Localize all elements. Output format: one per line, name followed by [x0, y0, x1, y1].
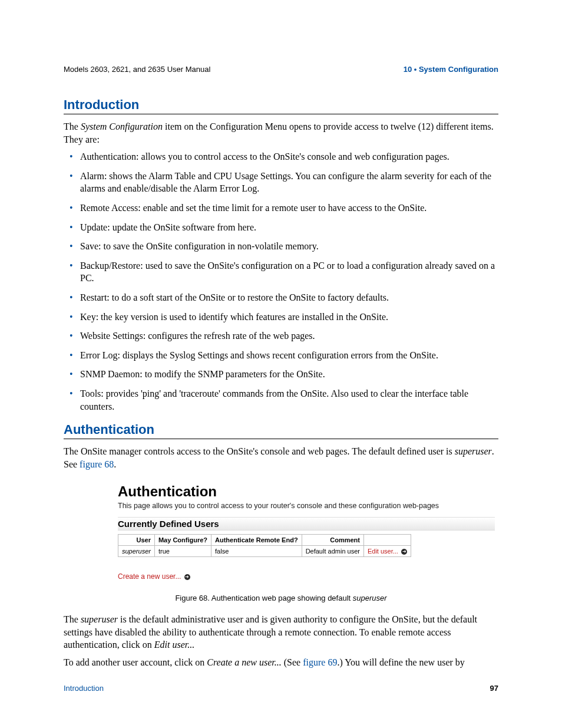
- create-new-user-label: Create a new user...: [118, 572, 181, 581]
- cell-user: superuser: [118, 546, 155, 557]
- list-item: Alarm: shows the Alarm Table and CPU Usa…: [64, 170, 498, 195]
- page-number: 97: [490, 684, 498, 693]
- auth-paragraph-1: The OnSite manager controls access to th…: [64, 445, 498, 470]
- text: (See: [282, 657, 303, 667]
- header-right: 10 • System Configuration: [404, 65, 498, 74]
- section-heading-authentication: Authentication: [64, 422, 498, 437]
- intro-bullet-list: Authentication: allows you to control ac…: [64, 150, 498, 413]
- emphasis: System Configuration: [81, 121, 163, 131]
- col-user: User: [118, 535, 155, 546]
- currently-defined-users-heading: Currently Defined Users: [118, 517, 495, 531]
- auth-paragraph-2: The superuser is the default administrat…: [64, 613, 498, 651]
- caption-text: Figure 68. Authentication web page showi…: [175, 594, 352, 602]
- edit-user-label: Edit user...: [368, 548, 398, 555]
- list-item: Remote Access: enable and set the time l…: [64, 202, 498, 215]
- col-may-configure: May Configure?: [154, 535, 211, 546]
- list-item: Website Settings: configures the refresh…: [64, 330, 498, 342]
- table-row: superuser true false Default admin user …: [118, 546, 411, 557]
- section-rule: [64, 439, 498, 439]
- list-item: SNMP Daemon: to modify the SNMP paramete…: [64, 368, 498, 381]
- list-item: Update: update the OnSite software from …: [64, 221, 498, 234]
- emphasis: Edit user...: [154, 640, 194, 650]
- section-heading-introduction: Introduction: [64, 97, 498, 113]
- text: .) You will define the new user by: [337, 657, 464, 667]
- intro-paragraph: The System Configuration item on the Con…: [64, 120, 498, 146]
- page-header: Models 2603, 2621, and 2635 User Manual …: [64, 65, 498, 74]
- table-header-row: User May Configure? Authenticate Remote …: [118, 535, 411, 546]
- figure-title: Authentication: [118, 483, 495, 500]
- edit-user-link[interactable]: Edit user... ➜: [368, 548, 407, 555]
- caption-em: superuser: [353, 594, 387, 602]
- list-item: Authentication: allows you to control ac…: [64, 150, 498, 163]
- figure-link-68[interactable]: figure 68: [80, 459, 114, 469]
- list-item: Key: the key version is used to identify…: [64, 311, 498, 324]
- footer-left: Introduction: [64, 684, 104, 693]
- users-table: User May Configure? Authenticate Remote …: [118, 534, 411, 557]
- list-item: Backup/Restore: used to save the OnSite'…: [64, 259, 498, 285]
- text: is the default administrative user and i…: [64, 614, 477, 650]
- list-item: Save: to save the OnSite configuration i…: [64, 240, 498, 253]
- arrow-icon: ➜: [184, 574, 190, 580]
- text: .: [114, 459, 116, 469]
- page-footer: Introduction 97: [64, 684, 498, 693]
- cell-edit: Edit user... ➜: [363, 546, 411, 557]
- header-left: Models 2603, 2621, and 2635 User Manual: [64, 65, 210, 74]
- text: The: [64, 614, 81, 624]
- list-item: Restart: to do a soft start of the OnSit…: [64, 291, 498, 304]
- text: The: [64, 121, 81, 131]
- figure-link-69[interactable]: figure 69: [303, 657, 337, 667]
- emphasis: Create a new user...: [207, 657, 282, 667]
- list-item: Tools: provides 'ping' and 'traceroute' …: [64, 387, 498, 413]
- list-item: Error Log: displays the Syslog Settings …: [64, 349, 498, 362]
- auth-paragraph-3: To add another user account, click on Cr…: [64, 656, 498, 669]
- cell-may-configure: true: [154, 546, 211, 557]
- figure-caption: Figure 68. Authentication web page showi…: [64, 594, 498, 602]
- cell-auth-remote: false: [211, 546, 302, 557]
- col-actions: [363, 535, 411, 546]
- cell-comment: Default admin user: [302, 546, 363, 557]
- figure-68: Authentication This page allows you to c…: [118, 483, 495, 581]
- section-rule: [64, 114, 498, 114]
- col-auth-remote: Authenticate Remote End?: [211, 535, 302, 546]
- emphasis: superuser: [455, 446, 492, 456]
- create-new-user-link[interactable]: Create a new user... ➜: [118, 572, 495, 581]
- arrow-icon: ➜: [401, 549, 407, 555]
- emphasis: superuser: [81, 614, 118, 624]
- text: The OnSite manager controls access to th…: [64, 446, 455, 456]
- figure-subtitle: This page allows you to control access t…: [118, 501, 495, 511]
- col-comment: Comment: [302, 535, 363, 546]
- text: To add another user account, click on: [64, 657, 207, 667]
